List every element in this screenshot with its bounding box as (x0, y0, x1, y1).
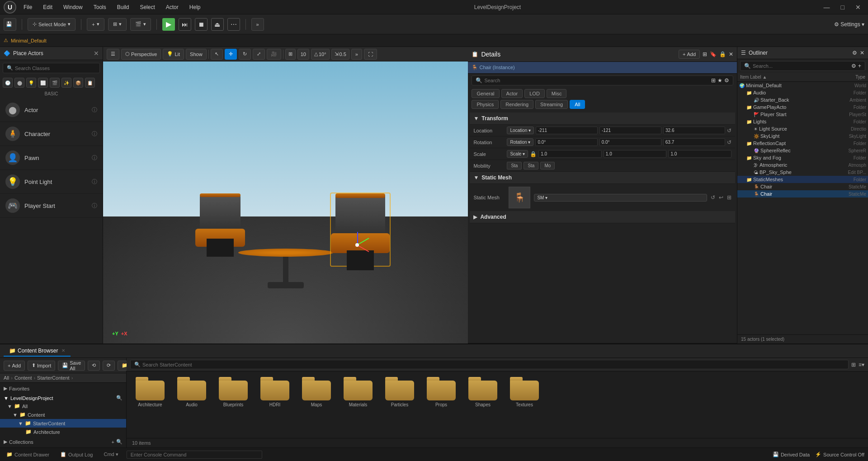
scale-dropdown[interactable]: Scale ▾ (507, 150, 528, 158)
details-gear-icon[interactable]: ⚙ (724, 77, 729, 84)
cb-forward-btn[interactable]: ⟳ (103, 361, 115, 371)
outliner-item-world[interactable]: 🌍 Minimal_Default World (737, 82, 868, 89)
outliner-close[interactable]: ✕ (860, 50, 864, 56)
favorites-section[interactable]: ▶ Favorites (0, 383, 126, 392)
location-z-input[interactable] (663, 127, 725, 134)
actor-tab-recent[interactable]: 🕐 (3, 78, 13, 88)
angle-button[interactable]: △ 10° (311, 49, 330, 60)
scale-z-input[interactable] (668, 150, 731, 158)
details-search-box[interactable]: 🔍 ⊞ ★ ⚙ (472, 75, 733, 85)
details-lock-icon[interactable]: 🔒 (719, 51, 726, 57)
menu-actor[interactable]: Actor (164, 3, 180, 11)
cb-folder-audio[interactable]: Audio (174, 377, 210, 407)
mobility-static-btn[interactable]: Sta (507, 162, 522, 169)
cb-filter-icon[interactable]: ≡▾ (859, 362, 864, 368)
actor-tab-shapes[interactable]: ⬜ (38, 78, 48, 88)
viewport-menu-button[interactable]: ☰ (107, 49, 119, 60)
tab-actor[interactable]: Actor (501, 89, 523, 98)
content-drawer-button[interactable]: 📁 Content Drawer (4, 451, 52, 458)
expand-button[interactable]: » (251, 18, 264, 31)
col-item-label[interactable]: Item Label ▲ (740, 75, 838, 80)
cb-save-all-button[interactable]: 💾 Save All (58, 361, 85, 371)
grid-size-button[interactable]: 10 (297, 49, 309, 60)
save-button[interactable]: 💾 (4, 18, 16, 31)
lit-button[interactable]: 💡 Lit (163, 49, 184, 60)
project-search-icon[interactable]: 🔍 (116, 395, 123, 401)
mobility-movable-btn[interactable]: Mo (540, 162, 555, 169)
actor-info-playerstart[interactable]: ⓘ (92, 202, 97, 210)
menu-window[interactable]: Window (61, 3, 85, 11)
cb-folder-maps[interactable]: Maps (298, 377, 335, 407)
outliner-item-gameplay[interactable]: 📁 GamePlayActo Folder (737, 103, 868, 111)
cb-tree-all[interactable]: ▼ 📁 All (0, 402, 126, 410)
actor-item-character[interactable]: 🧍 Character ⓘ (0, 122, 103, 146)
maximize-vp-button[interactable]: ⛶ (364, 49, 377, 60)
actor-tab-cinematic[interactable]: 🎬 (50, 78, 60, 88)
content-browser-close-icon[interactable]: ✕ (61, 348, 65, 353)
move-tool-button[interactable]: ✛ (225, 49, 237, 60)
actor-item-actor[interactable]: ⬤ Actor ⓘ (0, 98, 103, 122)
mobility-stationary-btn[interactable]: Sta (524, 162, 538, 169)
console-command-input[interactable] (127, 451, 262, 459)
cb-folder-textures[interactable]: Textures (506, 377, 542, 407)
outliner-item-skylight[interactable]: 🔆 SkyLight SkyLight (737, 132, 868, 140)
cb-folder-shapes[interactable]: Shapes (465, 377, 501, 407)
details-search-input[interactable] (484, 78, 709, 83)
outliner-search-box[interactable]: 🔍 ⚙ + (740, 61, 865, 71)
outliner-item-staticmeshes[interactable]: 📁 StaticMeshes Folder (737, 176, 868, 183)
tab-general[interactable]: General (472, 89, 499, 98)
menu-build[interactable]: Build (115, 3, 131, 11)
outliner-item-chair1[interactable]: 🪑 Chair StaticMe (737, 183, 868, 190)
details-bookmark-icon[interactable]: 🔖 (710, 51, 717, 57)
source-control-indicator[interactable]: ⚡ Source Control Off (815, 452, 864, 457)
cb-folder-blueprints[interactable]: Blueprints (215, 377, 251, 407)
static-mesh-select[interactable]: SM ▾ (534, 194, 707, 202)
scale-x-input[interactable] (538, 150, 602, 158)
menu-file[interactable]: File (22, 3, 34, 11)
place-actors-close[interactable]: ✕ (94, 50, 99, 57)
rotation-dropdown[interactable]: Rotation ▾ (507, 138, 533, 146)
cb-folder-architecture[interactable]: Architecture (132, 377, 168, 407)
tab-content-browser[interactable]: 📁 Content Browser ✕ (4, 346, 71, 357)
tab-lod[interactable]: LOD (524, 89, 545, 98)
rotation-reset-icon[interactable]: ↺ (727, 139, 731, 146)
actor-item-pawn[interactable]: 👤 Pawn ⓘ (0, 146, 103, 170)
outliner-item-atmospheric[interactable]: 🌫 Atmospheric Atmosph (737, 161, 868, 169)
cb-folder-hdri[interactable]: HDRI (257, 377, 293, 407)
menu-help[interactable]: Help (188, 3, 203, 11)
cb-view-icon[interactable]: ⊞ (851, 362, 856, 368)
cb-add-button[interactable]: + Add (4, 361, 25, 371)
cb-tree-startercontent[interactable]: ▼ 📁 StarterContent (0, 419, 126, 428)
outliner-item-starterback[interactable]: 🔊 Starter_Back Ambient (737, 96, 868, 103)
outliner-search-input[interactable] (753, 63, 849, 69)
actor-tab-visual[interactable]: ✨ (61, 78, 71, 88)
outliner-item-bpsky[interactable]: 🌤 BP_Sky_Sphe Edit BP... (737, 169, 868, 176)
outliner-item-chair2[interactable]: 🪑 Chair StaticMe (737, 190, 868, 198)
tab-streaming[interactable]: Streaming (535, 100, 568, 109)
tab-rendering[interactable]: Rendering (500, 100, 533, 109)
cb-import-button[interactable]: ⬆ Import (28, 361, 55, 371)
viewport[interactable]: +Y +X (103, 61, 468, 343)
grid-toggle-button[interactable]: ⊞ (285, 49, 296, 60)
outliner-item-skyfog[interactable]: 📁 Sky and Fog Folder (737, 154, 868, 161)
collections-search-icon[interactable]: 🔍 (116, 439, 123, 445)
scale-y-input[interactable] (604, 150, 667, 158)
cb-path-content[interactable]: Content (14, 375, 32, 381)
outliner-item-lightsource[interactable]: ☀ Light Source Directio (737, 125, 868, 132)
details-filter-icon[interactable]: ⊞ (711, 77, 716, 84)
rotate-tool-button[interactable]: ↻ (239, 49, 251, 60)
menu-select[interactable]: Select (138, 3, 156, 11)
location-dropdown[interactable]: Location ▾ (507, 127, 534, 134)
outliner-item-playerstart[interactable]: 🚩 Player Start PlayerSt (737, 111, 868, 118)
scale-tool-button[interactable]: ⤢ (253, 49, 265, 60)
cb-search-box[interactable]: 🔍 (130, 360, 849, 369)
tab-all[interactable]: All (570, 100, 585, 109)
select-mode-button[interactable]: ⊹ Select Mode ▾ (28, 18, 75, 31)
static-mesh-reset-icon[interactable]: ↺ (711, 194, 715, 201)
eject-button[interactable]: ⏏ (211, 18, 224, 31)
derived-data-indicator[interactable]: 💾 Derived Data (773, 452, 810, 457)
actor-tab-basic[interactable]: ⬤ (14, 78, 24, 88)
expand-vp-button[interactable]: » (351, 49, 362, 60)
details-star-icon[interactable]: ★ (717, 77, 722, 84)
cb-tree-content[interactable]: ▼ 📁 Content (0, 410, 126, 419)
